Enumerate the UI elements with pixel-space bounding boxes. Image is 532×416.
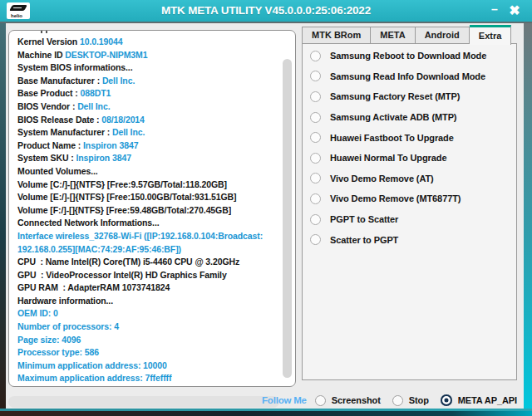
info-line-label: Mounted Volumes... [17, 166, 98, 176]
option-pgpt-to-scatter[interactable]: PGPT to Scatter [303, 209, 516, 230]
info-line-label: Base Manufacturer : [17, 76, 102, 86]
window-bottom-border [0, 409, 532, 416]
info-line: Connected Network Informations... [17, 217, 278, 230]
info-line-value: Active processor mask: 15 [17, 386, 126, 387]
info-line-value: Number of processors: 4 [17, 321, 119, 331]
footer-radio-meta-ap-api[interactable] [441, 394, 452, 406]
helio-logo-text: helio [11, 13, 22, 19]
info-line: Active processor mask: 15 [17, 385, 278, 387]
info-line-value: Maximum application address: 7ffeffff [17, 373, 171, 383]
info-line-value: Processor type: 586 [17, 347, 99, 357]
info-line-value: Inspiron 3847 [76, 153, 131, 163]
info-line: 192.168.0.255][MAC:74:29:AF:95:46:BF]) [17, 243, 278, 257]
option-label: Vivo Demo Remove (AT) [330, 174, 434, 184]
app-window: MTK META UTILITY V45.0.0.0:25:06:2022 he… [0, 0, 532, 416]
info-line: Page size: 4096 [17, 334, 278, 347]
info-line-value: DESKTOP-NIPM3M1 [65, 50, 147, 60]
info-line-label: Connected Network Informations... [17, 218, 160, 228]
tab-meta[interactable]: META [371, 27, 415, 44]
option-huawei-normal-to-upgrade[interactable]: Huawei Normal To Upgrade [303, 148, 516, 169]
info-line-label: BIOS Vendor : [17, 101, 77, 111]
info-line-label: System BIOS informations... [17, 62, 133, 72]
info-line-label: Machine ID [17, 50, 65, 60]
option-label: PGPT to Scatter [330, 214, 398, 224]
option-label: Samsung Activate ADB (MTP) [330, 112, 456, 122]
info-line-value: Interface wireless_32768-Wi-Fi ([IP:192.… [17, 231, 263, 241]
radio-button-icon[interactable] [310, 112, 321, 123]
tab-extra[interactable]: Extra [470, 25, 512, 45]
info-line: Mounted Volumes... [17, 165, 278, 179]
footer-radio-label: META AP_API [458, 395, 517, 405]
mediatek-chip-icon [9, 5, 27, 11]
radio-button-icon[interactable] [310, 234, 321, 245]
option-vivo-demo-remove-mt6877t[interactable]: Vivo Demo Remove (MT6877T) [303, 188, 516, 209]
radio-button-icon[interactable] [310, 153, 321, 164]
footer-radio-stop[interactable] [392, 395, 403, 406]
radio-button-icon[interactable] [310, 71, 321, 81]
info-line: GPU RAM : AdapterRAM 1073741824 [17, 281, 278, 295]
helio-logo-icon: helio [7, 2, 30, 19]
info-line-label: Volume [F:/]-[]{NTFS} [Free:59.48GB/Tota… [17, 205, 231, 215]
radio-button-icon[interactable] [310, 91, 321, 102]
info-line: Base Manufacturer : Dell Inc. [17, 75, 278, 88]
titlebar[interactable]: MTK META UTILITY V45.0.0.0:25:06:2022 he… [0, 0, 532, 23]
option-samsung-reboot-to-download-mode[interactable]: Samsung Reboot to Download Mode [303, 46, 516, 66]
info-line: Kernel Version 10.0.19044 [17, 36, 278, 49]
radio-button-icon[interactable] [310, 193, 321, 204]
info-line: BIOS Release Date : 08/18/2014 [17, 114, 278, 127]
info-line: Product Name : Inspiron 3847 [17, 139, 278, 153]
option-scatter-to-pgpt[interactable]: Scatter to PGPT [303, 229, 516, 250]
info-line: Interface wireless_32768-Wi-Fi ([IP:192.… [17, 230, 278, 243]
option-samsung-read-info-download-mode[interactable]: Samsung Read Info Download Mode [303, 66, 516, 87]
tab-mtk-brom[interactable]: MTK BRom [302, 27, 371, 44]
footer-radio-label: Screenshot [332, 395, 381, 405]
footer-radio-screenshot[interactable] [315, 395, 326, 406]
close-button[interactable]: ✖ [505, 0, 524, 22]
radio-button-icon[interactable] [310, 214, 321, 225]
option-samsung-factory-reset-mtp[interactable]: Samsung Factory Reset (MTP) [303, 86, 516, 107]
radio-button-icon[interactable] [310, 132, 321, 143]
info-line-value: Minimum application address: 10000 [17, 360, 167, 370]
info-line-value: 08/18/2014 [101, 115, 145, 125]
info-line: Machine ID DESKTOP-NIPM3M1 [17, 49, 278, 62]
info-line: Minimum application address: 10000 [17, 360, 278, 373]
radio-button-icon[interactable] [310, 173, 321, 184]
minimize-button[interactable]: – [487, 0, 502, 22]
info-line: Processor type: 586 [17, 346, 278, 360]
tab-android[interactable]: Android [416, 27, 470, 44]
option-label: Huawei Fastboot To Upgrade [330, 133, 454, 143]
info-line-value: Dell Inc. [77, 101, 110, 111]
follow-me-link[interactable]: Follow Me [262, 395, 307, 405]
window-title: MTK META UTILITY V45.0.0.0:25:06:2022 [0, 0, 532, 22]
info-line: Base Product : 088DT1 [17, 87, 278, 100]
bottom-dark-strip [0, 411, 532, 416]
option-label: Vivo Demo Remove (MT6877T) [330, 193, 461, 203]
info-line-label: Volume [C:/]-[]{NTFS} [Free:9.57GB/Total… [17, 179, 227, 189]
info-line-value: OEM ID: 0 [17, 308, 58, 318]
info-line: Volume [F:/]-[]{NTFS} [Free:59.48GB/Tota… [17, 204, 278, 218]
footer-options-row: Follow Me ScreenshotStopMETA AP_API [262, 393, 517, 408]
option-vivo-demo-remove-at[interactable]: Vivo Demo Remove (AT) [303, 169, 516, 189]
info-line: Hardware information... [17, 295, 278, 308]
option-label: Scatter to PGPT [330, 235, 398, 245]
option-samsung-activate-adb-mtp[interactable]: Samsung Activate ADB (MTP) [303, 107, 516, 128]
info-line-label: Kernel Version [17, 37, 80, 46]
info-line: Number of processors: 4 [17, 321, 278, 334]
info-line-label: GPU : VideoProcessor Intel(R) HD Graphic… [17, 270, 227, 280]
info-line-label: System Manufacturer : [17, 127, 112, 137]
info-line-value: Dell Inc. [112, 127, 145, 137]
info-line: Maximum application address: 7ffeffff [17, 372, 278, 385]
info-line-label: Hardware information... [17, 296, 113, 306]
info-line: CPU : Name Intel(R) Core(TM) i5-4460 CPU… [17, 256, 278, 269]
info-line: System BIOS informations... [17, 61, 278, 75]
info-line: BIOS Vendor : Dell Inc. [17, 100, 278, 114]
info-line-value: Inspiron 3847 [83, 140, 138, 150]
radio-button-icon[interactable] [310, 51, 321, 61]
info-line: System Manufacturer : Dell Inc. [17, 126, 278, 139]
option-huawei-fastboot-to-upgrade[interactable]: Huawei Fastboot To Upgrade [303, 127, 516, 148]
system-info-panel: Kernel Version 10.0.19044Machine ID DESK… [8, 30, 296, 387]
info-line-label: GPU RAM : AdapterRAM 1073741824 [17, 282, 170, 292]
info-line-value: 10.0.19044 [80, 37, 123, 46]
footer-radio-label: Stop [409, 395, 429, 405]
info-panel-scrollbar-thumb[interactable] [283, 59, 292, 378]
